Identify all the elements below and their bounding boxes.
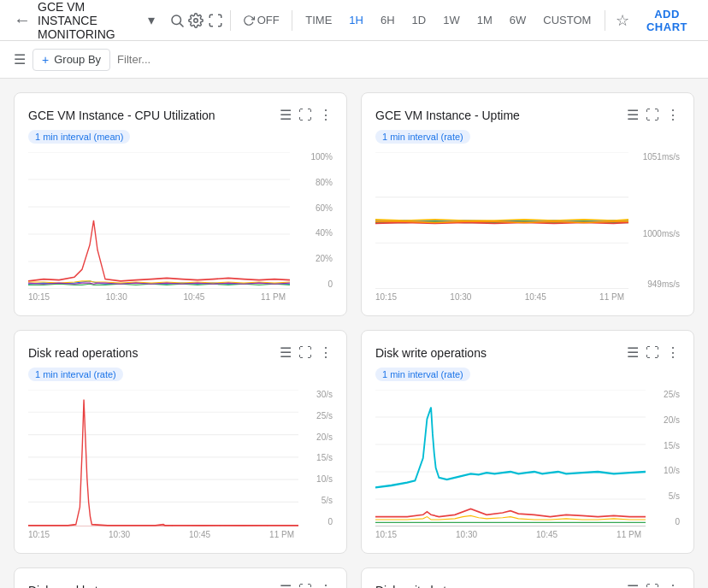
interval-badge-cpu: 1 min interval (mean) bbox=[28, 130, 130, 144]
legend-icon-disk-write-ops[interactable]: ☰ bbox=[627, 344, 639, 361]
plus-icon: + bbox=[42, 53, 49, 67]
chart-header-disk-read-bytes: Disk read bytes ☰ ⛶ ⋮ bbox=[28, 582, 333, 588]
chart-header-cpu: GCE VM Instance - CPU Utilization ☰ ⛶ ⋮ bbox=[28, 107, 333, 123]
y-axis-cpu: 100% 80% 60% 40% 20% 0 bbox=[290, 152, 333, 289]
time-btn-6w[interactable]: 6W bbox=[503, 10, 534, 30]
more-icon-disk-read-ops[interactable]: ⋮ bbox=[319, 344, 333, 361]
add-chart-button[interactable]: ADD CHART bbox=[636, 3, 698, 38]
chart-area-disk-write-ops: 25/s 20/s 15/s 10/s 5/s 0 bbox=[375, 390, 680, 526]
chart-header-disk-read-ops: Disk read operations ☰ ⛶ ⋮ bbox=[28, 344, 333, 361]
time-btn-custom[interactable]: CUSTOM bbox=[536, 10, 598, 30]
legend-icon-uptime[interactable]: ☰ bbox=[627, 107, 639, 123]
filterbar: ☰ + Group By bbox=[0, 41, 708, 79]
chart-card-cpu: GCE VM Instance - CPU Utilization ☰ ⛶ ⋮ … bbox=[14, 92, 347, 316]
legend-icon-disk-read-bytes[interactable]: ☰ bbox=[280, 582, 292, 588]
divider3 bbox=[605, 10, 605, 31]
expand-icon-uptime[interactable]: ⛶ bbox=[646, 108, 659, 123]
legend-icon-disk-read-ops[interactable]: ☰ bbox=[280, 344, 292, 361]
y-axis-uptime: 1051ms/s 1000ms/s 949ms/s bbox=[628, 152, 680, 289]
more-icon-disk-read-bytes[interactable]: ⋮ bbox=[319, 582, 333, 588]
expand-icon-disk-write-bytes[interactable]: ⛶ bbox=[646, 583, 659, 589]
topbar: ← GCE VM INSTANCE MONITORING ▾ OFF TIME … bbox=[0, 0, 708, 41]
chart-title-cpu: GCE VM Instance - CPU Utilization bbox=[28, 109, 215, 122]
chart-icons-disk-write-ops: ☰ ⛶ ⋮ bbox=[627, 344, 680, 361]
svg-point-0 bbox=[172, 15, 181, 25]
expand-icon-disk-read-bytes[interactable]: ⛶ bbox=[298, 583, 312, 589]
chart-svg-disk-write-ops bbox=[375, 390, 646, 526]
svg-point-2 bbox=[194, 18, 198, 22]
chart-title-disk-write-bytes: Disk write bytes bbox=[375, 584, 459, 589]
interval-badge-uptime: 1 min interval (rate) bbox=[375, 130, 470, 144]
menu-icon[interactable]: ☰ bbox=[14, 51, 26, 68]
time-btn-6h[interactable]: 6H bbox=[374, 10, 402, 30]
x-axis-disk-write-ops: 10:15 10:30 10:45 11 PM bbox=[375, 530, 680, 539]
chart-icons-disk-write-bytes: ☰ ⛶ ⋮ bbox=[627, 582, 680, 588]
chart-svg-cpu bbox=[28, 152, 290, 289]
fullscreen-button[interactable] bbox=[207, 7, 223, 34]
chart-title-uptime: GCE VM Instance - Uptime bbox=[375, 109, 520, 122]
chart-title-disk-read-ops: Disk read operations bbox=[28, 346, 138, 360]
chart-card-disk-write-bytes: Disk write bytes ☰ ⛶ ⋮ 1 min interval (r… bbox=[361, 567, 694, 588]
search-button[interactable] bbox=[168, 7, 185, 34]
chart-area-cpu: 100% 80% 60% 40% 20% 0 bbox=[28, 152, 333, 289]
x-axis-cpu: 10:15 10:30 10:45 11 PM bbox=[28, 292, 333, 302]
expand-icon-cpu[interactable]: ⛶ bbox=[298, 108, 312, 123]
chart-svg-disk-read-ops bbox=[28, 390, 298, 526]
chart-card-disk-write-ops: Disk write operations ☰ ⛶ ⋮ 1 min interv… bbox=[361, 330, 694, 554]
chart-header-disk-write-ops: Disk write operations ☰ ⛶ ⋮ bbox=[375, 344, 680, 361]
settings-button[interactable] bbox=[188, 7, 204, 34]
chart-icons-uptime: ☰ ⛶ ⋮ bbox=[627, 107, 680, 123]
legend-icon-disk-write-bytes[interactable]: ☰ bbox=[627, 582, 639, 588]
time-btn-1h[interactable]: 1H bbox=[342, 10, 370, 30]
legend-icon-cpu[interactable]: ☰ bbox=[280, 107, 292, 123]
expand-icon-disk-write-ops[interactable]: ⛶ bbox=[646, 345, 659, 361]
more-icon-disk-write-bytes[interactable]: ⋮ bbox=[666, 582, 680, 588]
refresh-icon[interactable]: OFF bbox=[238, 7, 285, 34]
refresh-label: OFF bbox=[257, 14, 280, 26]
time-btn-1m[interactable]: 1M bbox=[470, 10, 499, 30]
chart-icons-disk-read-bytes: ☰ ⛶ ⋮ bbox=[280, 582, 333, 588]
time-btn-1d[interactable]: 1D bbox=[405, 10, 434, 30]
chart-svg-uptime bbox=[375, 152, 628, 289]
svg-line-1 bbox=[180, 23, 183, 26]
more-icon-disk-write-ops[interactable]: ⋮ bbox=[666, 344, 680, 361]
chart-card-disk-read-bytes: Disk read bytes ☰ ⛶ ⋮ 1 min interval (ra… bbox=[14, 567, 347, 588]
group-by-button[interactable]: + Group By bbox=[32, 49, 110, 71]
divider bbox=[230, 10, 231, 31]
more-icon-cpu[interactable]: ⋮ bbox=[319, 107, 333, 123]
chart-title-disk-read-bytes: Disk read bytes bbox=[28, 584, 110, 589]
x-axis-disk-read-ops: 10:15 10:30 10:45 11 PM bbox=[28, 530, 333, 539]
filter-input[interactable] bbox=[117, 53, 694, 66]
chart-icons-cpu: ☰ ⛶ ⋮ bbox=[280, 107, 333, 123]
group-by-label: Group By bbox=[54, 53, 101, 66]
y-axis-disk-read-ops: 30/s 25/s 20/s 15/s 10/s 5/s 0 bbox=[298, 390, 333, 526]
chart-header-uptime: GCE VM Instance - Uptime ☰ ⛶ ⋮ bbox=[375, 107, 680, 123]
title-text: GCE VM INSTANCE MONITORING bbox=[38, 0, 145, 41]
back-button[interactable]: ← bbox=[10, 7, 34, 33]
chart-area-disk-read-ops: 30/s 25/s 20/s 15/s 10/s 5/s 0 bbox=[28, 390, 333, 526]
favorite-button[interactable]: ☆ bbox=[612, 8, 633, 33]
y-axis-disk-write-ops: 25/s 20/s 15/s 10/s 5/s 0 bbox=[646, 390, 680, 526]
more-icon-uptime[interactable]: ⋮ bbox=[666, 107, 680, 123]
divider2 bbox=[292, 10, 292, 31]
title-chevron-icon[interactable]: ▾ bbox=[148, 12, 155, 28]
interval-badge-disk-read-ops: 1 min interval (rate) bbox=[28, 368, 123, 381]
chart-area-uptime: 1051ms/s 1000ms/s 949ms/s bbox=[375, 152, 680, 289]
chart-card-disk-read-ops: Disk read operations ☰ ⛶ ⋮ 1 min interva… bbox=[14, 330, 347, 554]
page-title: GCE VM INSTANCE MONITORING ▾ bbox=[38, 0, 155, 41]
dashboard: GCE VM Instance - CPU Utilization ☰ ⛶ ⋮ … bbox=[0, 79, 708, 588]
time-btn-time[interactable]: TIME bbox=[298, 10, 339, 30]
interval-badge-disk-write-ops: 1 min interval (rate) bbox=[375, 368, 470, 381]
chart-card-uptime: GCE VM Instance - Uptime ☰ ⛶ ⋮ 1 min int… bbox=[361, 92, 694, 316]
chart-title-disk-write-ops: Disk write operations bbox=[375, 346, 487, 360]
expand-icon-disk-read-ops[interactable]: ⛶ bbox=[298, 345, 312, 361]
time-btn-1w[interactable]: 1W bbox=[436, 10, 467, 30]
x-axis-uptime: 10:15 10:30 10:45 11 PM bbox=[375, 292, 680, 302]
chart-header-disk-write-bytes: Disk write bytes ☰ ⛶ ⋮ bbox=[375, 582, 680, 588]
chart-icons-disk-read-ops: ☰ ⛶ ⋮ bbox=[280, 344, 333, 361]
